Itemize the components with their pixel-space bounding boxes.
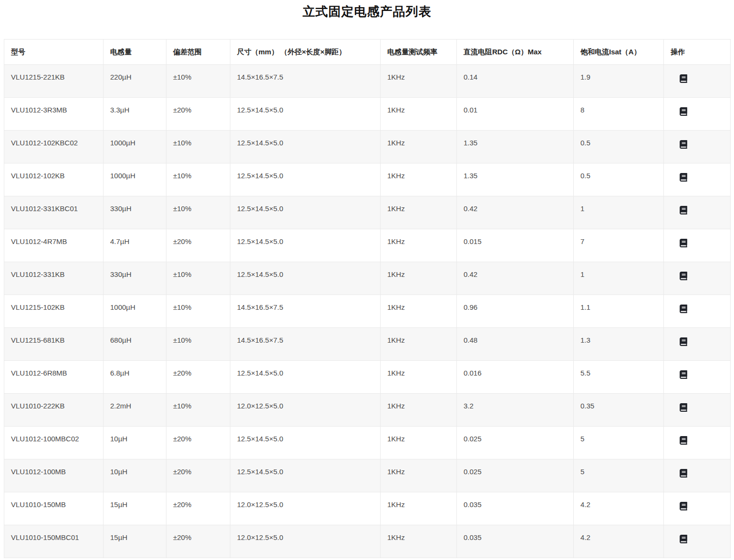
cell-model: VLU1010-150MBC01 xyxy=(4,525,103,558)
cell-inductance: 15µH xyxy=(103,525,166,558)
cell-tolerance: ±20% xyxy=(166,427,230,459)
cell-tolerance: ±10% xyxy=(166,295,230,328)
cell-isat: 4.2 xyxy=(574,525,664,558)
cell-size: 12.5×14.5×5.0 xyxy=(230,262,381,295)
cell-size: 12.5×14.5×5.0 xyxy=(230,163,381,196)
table-row: VLU1215-102KB1000µH±10%14.5×16.5×7.51KHz… xyxy=(4,295,731,328)
cell-rdc-max: 0.025 xyxy=(457,459,574,492)
cell-inductance: 330µH xyxy=(103,262,166,295)
cell-test-freq: 1KHz xyxy=(381,98,457,131)
cell-tolerance: ±10% xyxy=(166,163,230,196)
cell-isat: 7 xyxy=(574,229,664,262)
cell-isat: 1 xyxy=(574,262,664,295)
product-table: 型号 电感量 偏差范围 尺寸（mm） （外径×长度×脚距） 电感量测试频率 直流… xyxy=(4,39,731,558)
cell-size: 12.5×14.5×5.0 xyxy=(230,131,381,163)
cell-inductance: 2.2mH xyxy=(103,394,166,427)
cell-action xyxy=(664,525,731,558)
cell-model: VLU1215-221KB xyxy=(4,65,103,98)
table-row: VLU1010-150MB15µH±20%12.0×12.5×5.01KHz0.… xyxy=(4,492,731,525)
cell-isat: 8 xyxy=(574,98,664,131)
cell-test-freq: 1KHz xyxy=(381,163,457,196)
column-header-model: 型号 xyxy=(4,40,103,65)
cell-isat: 5 xyxy=(574,427,664,459)
cell-size: 14.5×16.5×7.5 xyxy=(230,65,381,98)
cell-tolerance: ±10% xyxy=(166,65,230,98)
cell-inductance: 6.8µH xyxy=(103,361,166,394)
cell-rdc-max: 0.48 xyxy=(457,328,574,361)
column-header-isat: 饱和电流Isat（A） xyxy=(574,40,664,65)
book-icon[interactable] xyxy=(680,535,687,543)
book-icon[interactable] xyxy=(680,239,687,247)
cell-size: 12.0×12.5×5.0 xyxy=(230,525,381,558)
cell-size: 12.5×14.5×5.0 xyxy=(230,229,381,262)
table-row: VLU1012-100MB10µH±20%12.5×14.5×5.01KHz0.… xyxy=(4,459,731,492)
cell-size: 12.5×14.5×5.0 xyxy=(230,459,381,492)
cell-action xyxy=(664,427,731,459)
book-icon[interactable] xyxy=(680,107,687,116)
cell-tolerance: ±10% xyxy=(166,131,230,163)
cell-model: VLU1215-681KB xyxy=(4,328,103,361)
cell-action xyxy=(664,328,731,361)
cell-model: VLU1012-102KB xyxy=(4,163,103,196)
cell-tolerance: ±20% xyxy=(166,492,230,525)
cell-size: 12.0×12.5×5.0 xyxy=(230,394,381,427)
cell-test-freq: 1KHz xyxy=(381,459,457,492)
cell-model: VLU1012-100MB xyxy=(4,459,103,492)
column-header-action: 操作 xyxy=(664,40,731,65)
book-icon[interactable] xyxy=(680,173,687,182)
cell-model: VLU1012-3R3MB xyxy=(4,98,103,131)
book-icon[interactable] xyxy=(680,272,687,280)
cell-rdc-max: 0.96 xyxy=(457,295,574,328)
cell-model: VLU1012-102KBC02 xyxy=(4,131,103,163)
book-icon[interactable] xyxy=(680,436,687,445)
book-icon[interactable] xyxy=(680,305,687,313)
column-header-tolerance: 偏差范围 xyxy=(166,40,230,65)
cell-inductance: 1000µH xyxy=(103,131,166,163)
cell-tolerance: ±10% xyxy=(166,262,230,295)
cell-model: VLU1215-102KB xyxy=(4,295,103,328)
cell-action xyxy=(664,131,731,163)
book-icon[interactable] xyxy=(680,469,687,478)
cell-action xyxy=(664,229,731,262)
cell-test-freq: 1KHz xyxy=(381,361,457,394)
cell-inductance: 15µH xyxy=(103,492,166,525)
cell-test-freq: 1KHz xyxy=(381,525,457,558)
table-body: VLU1215-221KB220µH±10%14.5×16.5×7.51KHz0… xyxy=(4,65,731,558)
cell-rdc-max: 0.01 xyxy=(457,98,574,131)
cell-rdc-max: 3.2 xyxy=(457,394,574,427)
cell-model: VLU1012-331KBC01 xyxy=(4,196,103,229)
cell-rdc-max: 0.14 xyxy=(457,65,574,98)
column-header-rdc-max: 直流电阻RDC（Ω）Max xyxy=(457,40,574,65)
cell-inductance: 4.7µH xyxy=(103,229,166,262)
cell-test-freq: 1KHz xyxy=(381,196,457,229)
cell-inductance: 1000µH xyxy=(103,295,166,328)
table-row: VLU1012-4R7MB4.7µH±20%12.5×14.5×5.01KHz0… xyxy=(4,229,731,262)
cell-rdc-max: 0.42 xyxy=(457,196,574,229)
table-row: VLU1012-100MBC0210µH±20%12.5×14.5×5.01KH… xyxy=(4,427,731,459)
table-row: VLU1010-222KB2.2mH±10%12.0×12.5×5.01KHz3… xyxy=(4,394,731,427)
cell-size: 14.5×16.5×7.5 xyxy=(230,328,381,361)
book-icon[interactable] xyxy=(680,206,687,214)
book-icon[interactable] xyxy=(680,74,687,83)
cell-rdc-max: 1.35 xyxy=(457,163,574,196)
book-icon[interactable] xyxy=(680,502,687,510)
book-icon[interactable] xyxy=(680,140,687,149)
cell-action xyxy=(664,98,731,131)
cell-rdc-max: 1.35 xyxy=(457,131,574,163)
cell-tolerance: ±20% xyxy=(166,525,230,558)
cell-test-freq: 1KHz xyxy=(381,394,457,427)
cell-model: VLU1012-331KB xyxy=(4,262,103,295)
book-icon[interactable] xyxy=(680,403,687,412)
table-row: VLU1012-102KB1000µH±10%12.5×14.5×5.01KHz… xyxy=(4,163,731,196)
cell-isat: 4.2 xyxy=(574,492,664,525)
page-title: 立式固定电感产品列表 xyxy=(0,4,734,19)
table-row: VLU1010-150MBC0115µH±20%12.0×12.5×5.01KH… xyxy=(4,525,731,558)
cell-rdc-max: 0.025 xyxy=(457,427,574,459)
page: 立式固定电感产品列表 型号 电感量 偏差范围 尺寸（mm） （外径×长度×脚距） xyxy=(0,4,734,558)
cell-tolerance: ±10% xyxy=(166,196,230,229)
cell-tolerance: ±20% xyxy=(166,229,230,262)
cell-tolerance: ±20% xyxy=(166,459,230,492)
table-row: VLU1012-3R3MB3.3µH±20%12.5×14.5×5.01KHz0… xyxy=(4,98,731,131)
book-icon[interactable] xyxy=(680,337,687,346)
book-icon[interactable] xyxy=(680,370,687,379)
